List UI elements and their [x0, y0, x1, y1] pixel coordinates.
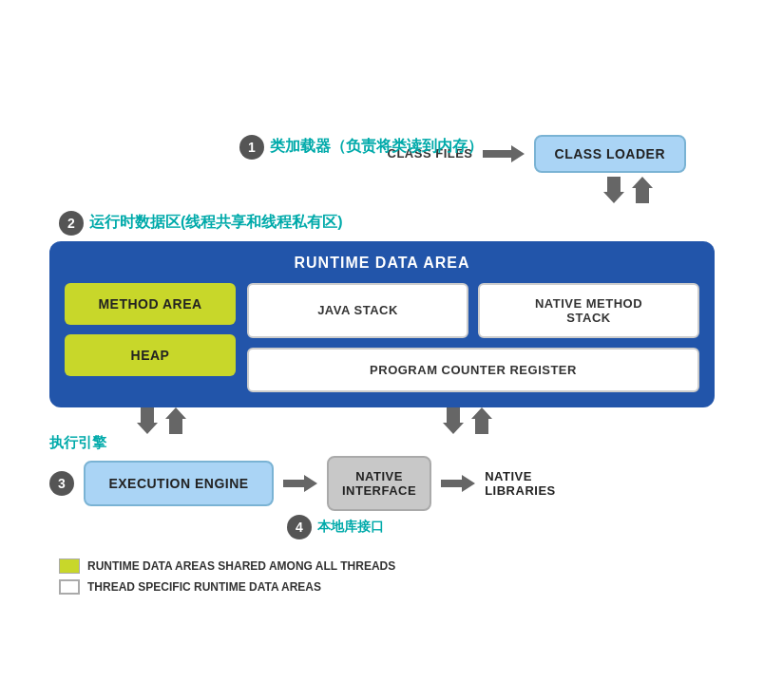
runtime-title: RUNTIME DATA AREA	[65, 255, 699, 272]
annotation-1-label: 类加载器（负责将类读到内存）	[270, 137, 483, 157]
runtime-grid: METHOD AREA HEAP JAVA STACK NATIVE METHO…	[65, 283, 699, 392]
native-libraries-label: NATIVE LIBRARIES	[485, 469, 556, 498]
circle-3: 3	[49, 471, 74, 496]
diagram-container: 1 类加载器（负责将类读到内存） CLASS FILES CLASS LOADE…	[40, 82, 724, 619]
heap-box: HEAP	[65, 334, 236, 376]
legend-label-1: RUNTIME DATA AREAS SHARED AMONG ALL THRE…	[87, 559, 395, 573]
annotation-4: 4 本地库接口	[287, 515, 715, 539]
legend-item-2: THREAD SPECIFIC RUNTIME DATA AREAS	[59, 579, 715, 595]
svg-marker-7	[283, 475, 317, 492]
arrow-down-left	[137, 407, 158, 434]
arrow-up-to-classloader	[632, 177, 653, 203]
annotation-3-label: 执行引擎	[49, 434, 715, 452]
arrow-up-left	[165, 407, 186, 434]
svg-marker-2	[632, 177, 653, 203]
svg-marker-8	[441, 475, 475, 492]
right-col: JAVA STACK NATIVE METHOD STACK PROGRAM C…	[247, 283, 699, 392]
svg-marker-5	[443, 407, 464, 434]
legend: RUNTIME DATA AREAS SHARED AMONG ALL THRE…	[49, 558, 715, 595]
native-interface-box: NATIVE INTERFACE	[327, 456, 431, 511]
program-counter-box: PROGRAM COUNTER REGISTER	[247, 348, 699, 392]
svg-marker-1	[603, 177, 624, 203]
runtime-data-area: RUNTIME DATA AREA METHOD AREA HEAP JAVA …	[49, 241, 715, 407]
execution-engine-box: EXECUTION ENGINE	[84, 461, 274, 506]
execution-row: 3 EXECUTION ENGINE NATIVE INTERFACE NATI…	[49, 456, 715, 511]
legend-label-2: THREAD SPECIFIC RUNTIME DATA AREAS	[87, 580, 321, 594]
class-loader-box: CLASS LOADER	[534, 135, 686, 173]
circle-4: 4	[287, 515, 312, 539]
left-col: METHOD AREA HEAP	[65, 283, 236, 392]
arrow-to-native-interface	[283, 473, 317, 494]
arrow-up-right	[471, 407, 492, 434]
annotation-2: 2 运行时数据区(线程共享和线程私有区)	[59, 211, 715, 236]
method-area-box: METHOD AREA	[65, 283, 236, 325]
svg-marker-3	[137, 407, 158, 434]
svg-marker-4	[165, 407, 186, 434]
legend-green-box	[59, 558, 80, 574]
annotation-1: 1 类加载器（负责将类读到内存）	[239, 135, 483, 160]
arrow-to-classloader	[483, 143, 525, 164]
annotation-4-label: 本地库接口	[317, 519, 384, 536]
svg-marker-0	[483, 145, 525, 162]
native-method-stack-box: NATIVE METHOD STACK	[478, 283, 699, 338]
legend-white-box	[59, 579, 80, 595]
annotation-2-label: 运行时数据区(线程共享和线程私有区)	[89, 213, 343, 233]
right-top-row: JAVA STACK NATIVE METHOD STACK	[247, 283, 699, 338]
arrow-down-right	[443, 407, 464, 434]
java-stack-box: JAVA STACK	[247, 283, 468, 338]
arrow-to-native-libraries	[441, 473, 475, 494]
circle-2: 2	[59, 211, 84, 236]
legend-item-1: RUNTIME DATA AREAS SHARED AMONG ALL THRE…	[59, 558, 715, 574]
svg-marker-6	[471, 407, 492, 434]
circle-1: 1	[239, 135, 264, 160]
arrow-down-from-classloader	[603, 177, 624, 203]
